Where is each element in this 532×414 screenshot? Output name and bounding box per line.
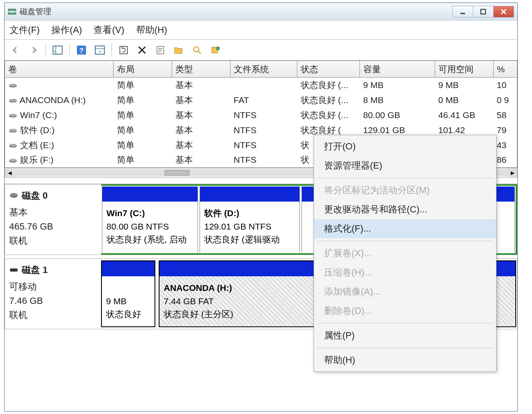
disk-0-size: 465.76 GB: [9, 221, 97, 232]
col-freespace[interactable]: 可用空间: [435, 61, 494, 78]
disk-1-size: 7.46 GB: [9, 295, 97, 306]
disk-1-name: 磁盘 1: [22, 264, 48, 276]
svg-rect-37: [10, 268, 18, 271]
minimize-button[interactable]: [452, 6, 473, 18]
details-button[interactable]: [92, 43, 107, 57]
col-status[interactable]: 状态: [297, 61, 360, 78]
svg-point-30: [9, 129, 17, 131]
action-icon[interactable]: [208, 43, 223, 57]
partition-c[interactable]: Win7 (C:) 80.00 GB NTFS 状态良好 (系统, 启动: [102, 187, 198, 252]
svg-point-32: [9, 144, 17, 146]
table-row[interactable]: 简单 基本 状态良好 (... 9 MB 9 MB 10: [5, 78, 517, 93]
col-capacity[interactable]: 容量: [360, 61, 435, 78]
back-button[interactable]: [8, 43, 23, 57]
ctx-explorer[interactable]: 资源管理器(E): [314, 156, 496, 175]
toolbar: ?: [5, 40, 517, 61]
ctx-shrink: 压缩卷(H)...: [314, 263, 496, 282]
disk-0-state: 联机: [9, 235, 97, 247]
svg-point-19: [194, 47, 199, 52]
folder-open-icon[interactable]: [171, 43, 186, 57]
svg-text:?: ?: [79, 46, 84, 54]
svg-point-22: [216, 47, 220, 50]
disk-1-state: 联机: [9, 309, 97, 321]
svg-line-20: [198, 51, 201, 54]
window-title: 磁盘管理: [20, 6, 51, 17]
disk-0-name: 磁盘 0: [22, 189, 48, 202]
ctx-format[interactable]: 格式化(F)...: [314, 219, 496, 238]
ctx-help[interactable]: 帮助(H): [314, 351, 496, 370]
menu-view[interactable]: 查看(V): [94, 24, 124, 36]
svg-rect-1: [8, 11, 16, 12]
ctx-change-letter[interactable]: 更改驱动器号和路径(C)...: [314, 200, 496, 219]
forward-button[interactable]: [26, 43, 41, 57]
menu-action[interactable]: 操作(A): [51, 24, 82, 36]
partition-d[interactable]: 软件 (D:) 129.01 GB NTFS 状态良好 (逻辑驱动: [200, 187, 300, 252]
svg-point-26: [9, 98, 17, 101]
search-icon[interactable]: [190, 43, 205, 57]
menubar: 文件(F) 操作(A) 查看(V) 帮助(H): [5, 20, 517, 40]
menu-help[interactable]: 帮助(H): [136, 24, 167, 36]
ctx-properties[interactable]: 属性(P): [314, 326, 496, 345]
svg-point-24: [9, 84, 17, 87]
col-type[interactable]: 类型: [172, 61, 231, 78]
disk-management-window: 磁盘管理 文件(F) 操作(A) 查看(V) 帮助(H) ? 卷 布局: [4, 3, 518, 411]
help-icon[interactable]: ?: [74, 43, 89, 57]
svg-rect-6: [53, 46, 62, 54]
ctx-extend: 扩展卷(X)...: [314, 244, 496, 263]
col-filesystem[interactable]: 文件系统: [231, 61, 297, 78]
col-layout[interactable]: 布局: [114, 61, 172, 78]
context-menu: 打开(O) 资源管理器(E) 将分区标记为活动分区(M) 更改驱动器号和路径(C…: [314, 135, 497, 372]
partition-unnamed[interactable]: 9 MB 状态良好: [101, 260, 155, 327]
close-button[interactable]: [493, 6, 514, 18]
ctx-open[interactable]: 打开(O): [314, 137, 496, 156]
scroll-left-arrow[interactable]: ◂: [5, 168, 14, 177]
menu-file[interactable]: 文件(F): [10, 24, 40, 36]
col-percent[interactable]: %: [494, 61, 517, 78]
scroll-right-arrow[interactable]: ▸: [508, 168, 517, 177]
titlebar[interactable]: 磁盘管理: [5, 3, 517, 20]
svg-point-28: [9, 114, 17, 116]
ctx-delete-vol: 删除卷(D)...: [314, 301, 496, 321]
disk-1-type: 可移动: [9, 280, 97, 293]
svg-point-36: [10, 193, 18, 197]
disk-1-info: 磁盘 1 可移动 7.46 GB 联机: [5, 259, 101, 329]
properties-icon[interactable]: [153, 43, 168, 57]
disk-0-type: 基本: [9, 206, 97, 219]
view-mode-button[interactable]: [50, 43, 65, 57]
maximize-button[interactable]: [473, 6, 494, 18]
app-icon: [8, 8, 16, 16]
ctx-mirror: 添加镜像(A)...: [314, 282, 496, 301]
col-volume[interactable]: 卷: [5, 61, 114, 78]
ctx-mark-active: 将分区标记为活动分区(M): [314, 181, 496, 200]
svg-rect-12: [120, 46, 127, 54]
table-row[interactable]: Win7 (C:) 简单 基本 NTFS 状态良好 (... 80.00 GB …: [5, 108, 517, 123]
delete-icon[interactable]: [134, 43, 149, 57]
table-row[interactable]: ANACONDA (H:) 简单 基本 FAT 状态良好 (... 8 MB 0…: [5, 93, 517, 108]
scroll-thumb[interactable]: [165, 170, 190, 176]
disk-0-info: 磁盘 0 基本 465.76 GB 联机: [5, 184, 101, 255]
svg-rect-3: [481, 9, 485, 14]
svg-point-34: [9, 159, 17, 162]
svg-rect-10: [95, 46, 104, 54]
refresh-button[interactable]: [116, 43, 131, 57]
